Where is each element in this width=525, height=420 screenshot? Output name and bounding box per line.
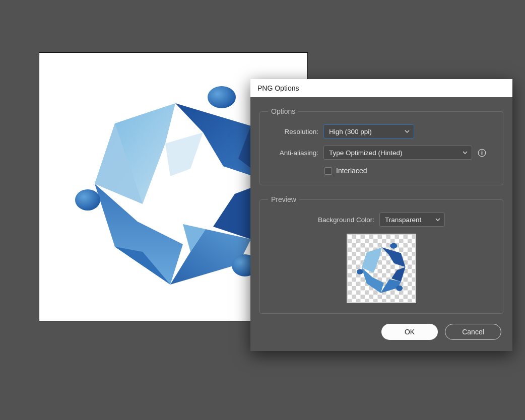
bgcolor-label: Background Color:	[318, 216, 374, 224]
svg-point-6	[390, 243, 397, 249]
cancel-label: Cancel	[462, 328, 484, 336]
preview-legend: Preview	[268, 195, 299, 203]
resolution-select[interactable]: High (300 ppi)	[323, 124, 414, 138]
info-icon[interactable]	[477, 148, 486, 157]
dialog-title: PNG Options	[257, 84, 299, 92]
bgcolor-value: Transparent	[385, 216, 421, 224]
resolution-value: High (300 ppi)	[329, 128, 372, 135]
svg-point-8	[396, 286, 403, 291]
chevron-down-icon	[463, 151, 468, 154]
options-group: Options Resolution: High (300 ppi) Anti-…	[259, 107, 503, 185]
svg-rect-5	[481, 152, 482, 155]
preview-group: Preview Background Color: Transparent	[259, 195, 503, 314]
cancel-button[interactable]: Cancel	[445, 324, 501, 340]
chevron-down-icon	[405, 130, 410, 133]
preview-thumbnail	[347, 234, 416, 303]
interlaced-label: Interlaced	[336, 167, 367, 175]
antialiasing-label: Anti-aliasing:	[268, 149, 318, 157]
interlaced-checkbox[interactable]	[324, 167, 332, 175]
bgcolor-select[interactable]: Transparent	[379, 213, 445, 227]
ok-label: OK	[405, 328, 415, 336]
svg-point-1	[75, 189, 100, 211]
dialog-titlebar: PNG Options	[250, 79, 512, 97]
options-legend: Options	[268, 107, 298, 115]
chevron-down-icon	[435, 218, 440, 221]
png-options-dialog: PNG Options Options Resolution: High (30…	[250, 79, 512, 351]
svg-point-4	[481, 150, 482, 151]
antialiasing-value: Type Optimized (Hinted)	[329, 149, 403, 157]
antialiasing-select[interactable]: Type Optimized (Hinted)	[323, 146, 472, 160]
ok-button[interactable]: OK	[381, 324, 438, 340]
resolution-label: Resolution:	[268, 128, 318, 135]
svg-point-0	[208, 86, 236, 108]
svg-point-7	[357, 269, 363, 274]
